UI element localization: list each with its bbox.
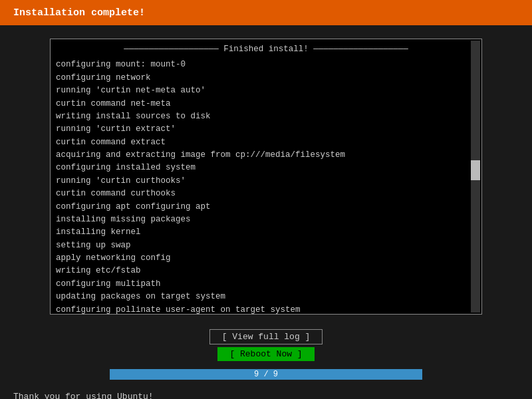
log-box: ——————————————————— Finished install! ——…	[50, 39, 482, 315]
progress-area: 9 / 9	[0, 364, 532, 385]
log-line: running 'curtin net-meta auto'	[56, 84, 476, 97]
log-line: updating packages on target system	[56, 291, 476, 303]
top-banner: Installation complete!	[0, 0, 532, 25]
log-line: running 'curtin extract'	[56, 123, 476, 136]
log-line: installing missing packages	[56, 213, 476, 226]
log-line: acquiring and extracting image from cp:/…	[56, 149, 476, 162]
log-line: configuring installed system	[56, 162, 476, 174]
scrollbar[interactable]	[471, 41, 480, 313]
buttons-area: [ View full log ] [ Reboot Now ]	[0, 329, 532, 361]
main-area: ——————————————————— Finished install! ——…	[0, 25, 532, 321]
log-line: curtin command net-meta	[56, 98, 476, 110]
log-line: curtin command extract	[56, 136, 476, 149]
banner-title: Installation complete!	[13, 7, 145, 19]
log-line: configuring pollinate user-agent on targ…	[56, 304, 476, 315]
log-line: installing kernel	[56, 226, 476, 239]
log-line: curtin command curthooks	[56, 188, 476, 200]
view-log-button[interactable]: [ View full log ]	[209, 329, 323, 344]
progress-bar: 9 / 9	[110, 369, 422, 380]
log-line: setting up swap	[56, 239, 476, 252]
log-line: configuring multipath	[56, 278, 476, 291]
progress-label: 9 / 9	[110, 369, 422, 380]
log-line: writing etc/fstab	[56, 265, 476, 277]
log-content: configuring mount: mount-0 configuring n…	[56, 59, 476, 315]
log-line: configuring mount: mount-0	[56, 59, 476, 71]
log-line: apply networking config	[56, 252, 476, 265]
log-line: writing install sources to disk	[56, 110, 476, 123]
log-box-title: ——————————————————— Finished install! ——…	[56, 43, 476, 56]
log-line: running 'curtin curthooks'	[56, 175, 476, 188]
scrollbar-thumb[interactable]	[471, 160, 480, 180]
log-line: configuring apt configuring apt	[56, 201, 476, 213]
log-line: configuring network	[56, 72, 476, 84]
bottom-text: Thank you for using Ubuntu!	[0, 385, 532, 399]
reboot-button[interactable]: [ Reboot Now ]	[217, 347, 314, 361]
